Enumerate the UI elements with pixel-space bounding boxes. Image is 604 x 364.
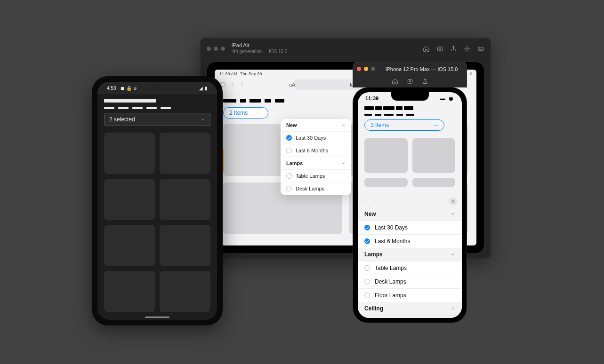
iphone-title: iPhone 12 Pro Max — iOS 15.0 [386,66,458,72]
close-sheet-button[interactable]: ✕ [449,197,457,206]
screenshot-icon[interactable] [407,78,413,85]
battery-icon: ▮ [205,86,208,91]
android-screen: 4:53 ◼ 🔒 ⌀ ◢ ▮ 2 selected [97,82,217,320]
chevron-right-icon [451,306,455,311]
filter-option[interactable]: Desk Lamps [358,275,462,288]
product-card[interactable] [104,271,155,312]
filter-option-label: Last 30 Days [296,135,326,141]
brightness-icon[interactable] [464,45,471,52]
product-card[interactable] [160,133,210,174]
iphone-device-frame: 11:39 ▬ ◉ 3 Items ··· [353,87,467,323]
keyboard-icon[interactable] [477,45,484,52]
filter-section-header[interactable]: Lamps [281,157,351,169]
radio-unchecked-icon [364,293,370,298]
close-icon[interactable] [207,47,211,51]
back-icon[interactable] [230,82,235,87]
radio-unchecked-icon [364,279,370,285]
product-card[interactable] [412,138,456,173]
sheet-list: New Last 30 Days Last 6 Months Lamps Tab… [358,207,462,318]
radio-checked-icon [364,238,370,244]
filter-popover: New Last 30 Days Last 6 Months Lamps [281,119,351,195]
chevron-up-icon[interactable] [362,198,368,204]
filter-chip-label: 2 Items [229,110,248,116]
filter-section-header[interactable]: Ceiling [358,302,462,315]
filter-select[interactable]: 2 selected [104,113,210,126]
android-device-frame: 4:53 ◼ 🔒 ⌀ ◢ ▮ 2 selected [92,76,223,325]
screenshot-icon[interactable] [436,45,443,52]
iphone-titlebar[interactable]: iPhone 12 Pro Max — iOS 15.0 [353,62,467,75]
filter-option-label: Desk Lamps [375,278,406,285]
radio-checked-icon [286,135,292,141]
chevron-down-icon [341,161,346,166]
filter-option-label: Table Lamps [375,265,407,271]
product-card[interactable] [160,225,210,266]
product-card[interactable] [104,225,155,266]
iphone-page-header: 3 Items ··· [358,104,462,135]
ipad-subtitle: 4th generation — iOS 15.0 [232,49,287,55]
minimize-icon[interactable] [214,47,218,51]
product-card[interactable] [104,133,155,174]
nav-handle[interactable] [145,317,169,318]
filter-section-header[interactable]: By Room [358,315,462,318]
filter-option[interactable]: Table Lamps [281,169,351,182]
filter-section-title: Lamps [364,251,383,258]
home-icon[interactable] [423,45,430,52]
filter-option[interactable]: Last 6 Months [281,144,351,157]
power-button[interactable] [223,149,224,172]
ipad-date: Thu Sep 30 [240,71,262,76]
share-icon[interactable] [450,45,457,52]
reader-aa-label[interactable]: aA [289,82,295,87]
ipad-title: iPad Air 4th generation — iOS 15.0 [232,42,287,54]
product-card[interactable] [160,179,210,220]
notch [391,92,429,101]
filter-section-title: New [364,211,376,217]
android-time: 4:53 [107,86,116,91]
product-card[interactable] [160,271,210,312]
product-card[interactable] [364,178,408,187]
svg-rect-3 [478,47,483,50]
filter-option[interactable]: Last 30 Days [358,221,462,234]
filter-section-header[interactable]: New [281,119,351,131]
filter-option[interactable]: Desk Lamps [281,182,351,195]
ipad-tools [423,45,484,52]
product-card[interactable] [104,179,155,220]
stage: iPad Air 4th generation — iOS 15.0 11:39… [0,0,604,364]
product-grid [358,138,462,187]
home-icon[interactable] [392,78,398,85]
filter-option-label: Desk Lamps [296,186,324,191]
filter-section-header[interactable]: Lamps [358,248,462,261]
radio-checked-icon [364,225,370,230]
chevron-down-icon[interactable] [373,198,379,204]
share-icon[interactable] [422,78,428,85]
svg-rect-0 [438,47,443,50]
filter-chip[interactable]: 2 Items ··· [223,107,268,119]
minimize-icon[interactable] [364,67,368,71]
ipad-titlebar[interactable]: iPad Air 4th generation — iOS 15.0 [201,39,490,58]
filter-chip[interactable]: 3 Items ··· [364,119,444,131]
traffic-lights[interactable] [357,67,375,71]
chevron-down-icon [201,117,205,122]
chip-more-icon: ··· [256,110,262,116]
filter-section-header[interactable]: New [358,207,462,221]
filter-chip-label: 3 Items [370,122,389,128]
chevron-down-icon [341,123,346,127]
traffic-lights[interactable] [207,47,225,51]
svg-point-1 [439,47,441,49]
zoom-icon[interactable] [221,47,225,51]
radio-unchecked-icon [286,186,292,191]
zoom-icon[interactable] [371,67,375,71]
filter-option[interactable]: Last 30 Days [281,131,351,144]
product-card[interactable] [364,138,408,173]
filter-option[interactable]: Last 6 Months [358,234,462,248]
iphone-time: 11:39 [365,95,379,101]
iphone-toolbar [353,75,467,87]
forward-icon[interactable] [239,82,245,87]
filter-option[interactable]: Table Lamps [358,261,462,275]
filter-option[interactable]: Floor Lamps [358,288,462,302]
filter-option-label: Last 6 Months [296,148,328,153]
status-icons: ▬ ◉ [440,95,454,102]
close-icon[interactable] [357,67,361,71]
product-card[interactable] [412,178,456,187]
filter-option-label: Last 6 Months [375,238,410,245]
front-camera [155,85,159,88]
